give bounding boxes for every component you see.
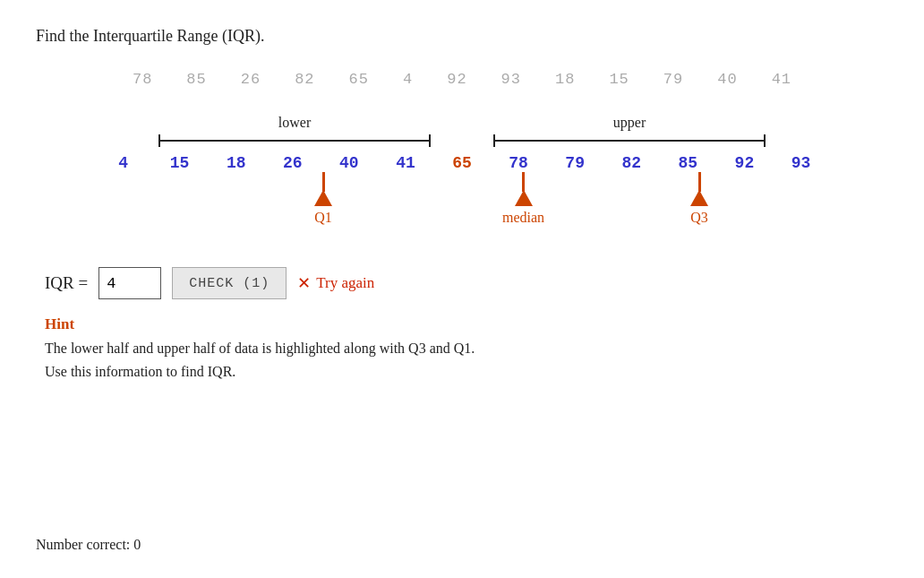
arrows-row: Q1 median Q3 xyxy=(95,172,829,235)
iqr-label: IQR = xyxy=(45,273,88,293)
x-icon: ✕ xyxy=(297,273,311,293)
unsorted-numbers-row: 78 85 26 82 65 4 92 93 18 15 79 40 41 xyxy=(36,71,888,88)
hint-section: Hint The lower half and upper half of da… xyxy=(36,315,888,383)
sorted-numbers-row: 4 15 18 26 40 41 65 78 7 xyxy=(95,154,829,172)
num-85: 85 xyxy=(660,154,716,172)
num-92: 92 xyxy=(716,154,773,172)
hint-line2: Use this information to find IQR. xyxy=(45,360,888,384)
unsorted-num: 93 xyxy=(501,71,521,88)
num-93: 93 xyxy=(773,154,829,172)
unsorted-num: 92 xyxy=(447,71,466,88)
bracket-container: lower upper xyxy=(95,115,829,147)
try-again-message: ✕ Try again xyxy=(297,273,374,293)
hint-title: Hint xyxy=(45,315,888,333)
num-26: 26 xyxy=(264,154,321,172)
upper-bracket-line xyxy=(493,134,766,147)
num-4: 4 xyxy=(95,154,151,172)
try-again-text: Try again xyxy=(316,274,374,292)
number-correct: Number correct: 0 xyxy=(36,537,141,553)
num-78: 78 xyxy=(491,154,547,172)
iqr-input[interactable] xyxy=(98,267,161,299)
lower-label: lower xyxy=(278,115,311,131)
median-arrow: median xyxy=(502,172,544,226)
diagram-area: lower upper 4 xyxy=(36,115,888,235)
upper-label: upper xyxy=(613,115,646,131)
input-row: IQR = CHECK (1) ✕ Try again xyxy=(36,267,888,299)
unsorted-num: 41 xyxy=(772,71,791,88)
q3-label: Q3 xyxy=(690,210,708,226)
unsorted-num: 82 xyxy=(295,71,314,88)
unsorted-num: 85 xyxy=(186,71,206,88)
unsorted-num: 65 xyxy=(349,71,369,88)
q3-arrow: Q3 xyxy=(690,172,708,226)
check-button[interactable]: CHECK (1) xyxy=(172,267,287,299)
unsorted-num: 78 xyxy=(133,71,152,88)
unsorted-num: 26 xyxy=(241,71,261,88)
lower-bracket-line xyxy=(158,134,431,147)
q1-label: Q1 xyxy=(314,210,332,226)
num-15: 15 xyxy=(151,154,208,172)
num-79: 79 xyxy=(547,154,603,172)
arrows-container: Q1 median Q3 xyxy=(95,172,829,235)
unsorted-num: 40 xyxy=(717,71,737,88)
hint-line1: The lower half and upper half of data is… xyxy=(45,337,888,360)
num-82: 82 xyxy=(603,154,660,172)
num-65: 65 xyxy=(433,154,490,172)
q1-arrow: Q1 xyxy=(314,172,332,226)
unsorted-num: 79 xyxy=(663,71,683,88)
num-18: 18 xyxy=(208,154,264,172)
num-40: 40 xyxy=(321,154,377,172)
median-label: median xyxy=(502,210,544,226)
unsorted-num: 15 xyxy=(609,71,629,88)
num-41: 41 xyxy=(377,154,433,172)
unsorted-num: 18 xyxy=(555,71,575,88)
unsorted-num: 4 xyxy=(403,71,413,88)
question-title: Find the Interquartile Range (IQR). xyxy=(36,27,888,46)
